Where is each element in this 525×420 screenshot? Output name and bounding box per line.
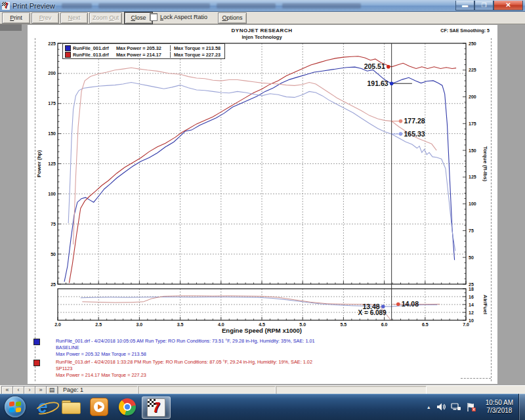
app-icon: 7 — [2, 2, 10, 10]
taskbar-clock[interactable]: 10:50 AM 7/3/2018 — [486, 399, 513, 415]
show-desktop-button[interactable] — [518, 394, 525, 420]
svg-text:14: 14 — [469, 303, 474, 307]
close-preview-button[interactable]: Close — [125, 12, 152, 24]
network-icon[interactable] — [451, 402, 461, 411]
report-title: DYNOJET RESEARCH — [163, 28, 360, 33]
close-window-button[interactable]: ✕ — [494, 1, 523, 10]
svg-text:100: 100 — [48, 192, 56, 196]
print-button[interactable]: Print — [2, 12, 30, 24]
legend-max-power: Max Power = 214.17 — [116, 52, 170, 58]
cursor-value-dot — [399, 119, 403, 123]
clock-time: 10:50 AM — [486, 399, 513, 407]
taskbar-item-internet-explorer[interactable]: e — [30, 396, 55, 417]
svg-text:4.5: 4.5 — [259, 322, 265, 327]
legend-row: RunFile_013.drf Max Power = 214.17 Max T… — [63, 51, 224, 58]
status-bar: « ‹ › » ▤ Page: 1 — [0, 385, 525, 394]
restore-button[interactable]: ❐ — [474, 1, 494, 10]
svg-text:25: 25 — [51, 282, 56, 287]
chart-legend: RunFile_001.drf Max Power = 205.32 Max T… — [62, 43, 225, 59]
cursor-value-label: 191.63 — [368, 79, 388, 87]
svg-text:2.5: 2.5 — [95, 322, 102, 327]
cursor-value-dot — [381, 304, 385, 308]
redacted-text — [62, 3, 92, 9]
folder-icon — [62, 400, 80, 413]
svg-text:10: 10 — [469, 318, 474, 323]
legend-max-torque: Max Torque = 213.58 — [170, 45, 220, 51]
svg-text:200: 200 — [469, 94, 476, 99]
title-bar: 7 Print Preview ▬ ❐ ✕ — [0, 0, 525, 12]
run-info-text: RunFile_001.drf - 4/24/2018 10:05:05 AM … — [56, 338, 315, 358]
axis-title-right: Air/Fuel — [482, 295, 488, 314]
run-name: SP1123 — [56, 366, 312, 372]
airfuel-runfile-001 — [81, 297, 438, 307]
cursor-value-dot — [390, 81, 394, 85]
preview-corner — [0, 24, 22, 31]
taskbar-item-media-player[interactable] — [87, 396, 112, 417]
svg-text:75: 75 — [469, 228, 474, 233]
svg-text:225: 225 — [48, 41, 56, 46]
redacted-text — [98, 3, 210, 9]
action-center-flag-icon[interactable] — [467, 402, 476, 412]
dynojet-winpep-icon: 7 — [147, 398, 165, 417]
run-info-013: RunFile_013.drf - 4/24/2018 1:33:28 PM R… — [33, 359, 312, 379]
power-runfile-001 — [64, 67, 455, 282]
taskbar-item-file-explorer[interactable] — [58, 396, 83, 417]
windows-start-orb-icon — [5, 396, 26, 417]
svg-text:12: 12 — [469, 310, 474, 315]
redacted-text — [282, 3, 361, 9]
run-info-text: RunFile_013.drf - 4/24/2018 1:33:28 PM R… — [56, 359, 312, 379]
chrome-icon — [119, 398, 136, 415]
taskbar-item-dynojet-active[interactable]: 7 — [142, 396, 171, 419]
clock-date: 7/3/2018 — [486, 407, 513, 415]
window-title: Print Preview — [12, 2, 55, 10]
tray-expand-icon[interactable]: ▲ — [427, 405, 431, 410]
svg-text:100: 100 — [469, 201, 476, 206]
run-info-001: RunFile_001.drf - 4/24/2018 10:05:05 AM … — [33, 338, 315, 358]
cursor-value-dot — [396, 303, 400, 306]
legend-file: RunFile_013.drf — [73, 52, 116, 58]
windows-taskbar: e 7 ▲ 10:50 AM 7/3/2018 — [0, 394, 525, 420]
cursor-value-label: 205.51 — [364, 62, 385, 70]
right-margin-guide — [491, 38, 492, 381]
minimize-button[interactable]: ▬ — [455, 1, 474, 10]
svg-text:6.0: 6.0 — [381, 322, 388, 327]
svg-text:50: 50 — [51, 252, 56, 257]
cursor-value-dot — [387, 65, 390, 69]
run-color-swatch — [33, 339, 40, 345]
run-name: BASELINE — [56, 345, 315, 351]
svg-text:5.0: 5.0 — [299, 322, 306, 327]
start-button[interactable] — [3, 396, 28, 417]
svg-text:125: 125 — [48, 161, 56, 166]
page-number-label: Page: 1 — [63, 387, 83, 393]
prev-page-button[interactable]: Prev — [32, 12, 59, 24]
svg-text:4.0: 4.0 — [218, 322, 224, 327]
report-subtitle: Injen Technology — [163, 34, 360, 40]
print-preview-toolbar: Print Prev Next Zoom Out Close Lock Aspe… — [0, 11, 525, 24]
torque-runfile-013 — [74, 68, 437, 244]
svg-text:3.0: 3.0 — [136, 322, 143, 327]
run-maxima: Max Power = 214.17 Max Torque = 227.23 — [56, 372, 312, 379]
torque-runfile-001 — [68, 83, 455, 251]
volume-icon[interactable] — [436, 402, 446, 411]
svg-text:75: 75 — [51, 222, 56, 226]
cursor-value-label: 177.28 — [404, 117, 425, 125]
internet-explorer-icon: e — [37, 397, 47, 417]
taskbar-item-chrome[interactable] — [115, 396, 140, 417]
lock-aspect-ratio-checkbox[interactable] — [150, 13, 158, 21]
options-button[interactable]: Options — [218, 12, 247, 24]
svg-text:175: 175 — [469, 121, 476, 126]
next-page-button[interactable]: Next — [60, 12, 88, 24]
legend-max-power: Max Power = 205.32 — [116, 45, 170, 51]
svg-text:2.0: 2.0 — [54, 322, 61, 327]
series-color-swatch — [65, 52, 71, 58]
air-fuel-chart: 2.02.53.03.54.04.55.05.56.06.57.0Engine … — [54, 287, 488, 335]
svg-text:125: 125 — [469, 175, 476, 179]
legend-file: RunFile_001.drf — [73, 45, 116, 51]
cursor-value-label: 13.48 — [362, 303, 379, 310]
svg-text:3.5: 3.5 — [177, 322, 184, 327]
svg-text:7.0: 7.0 — [463, 322, 469, 327]
svg-text:25: 25 — [469, 282, 474, 287]
dyno-charts: 255075100125150175200225Power (hp)255075… — [28, 25, 497, 385]
svg-text:150: 150 — [469, 148, 476, 153]
zoom-out-button[interactable]: Zoom Out — [89, 12, 122, 24]
